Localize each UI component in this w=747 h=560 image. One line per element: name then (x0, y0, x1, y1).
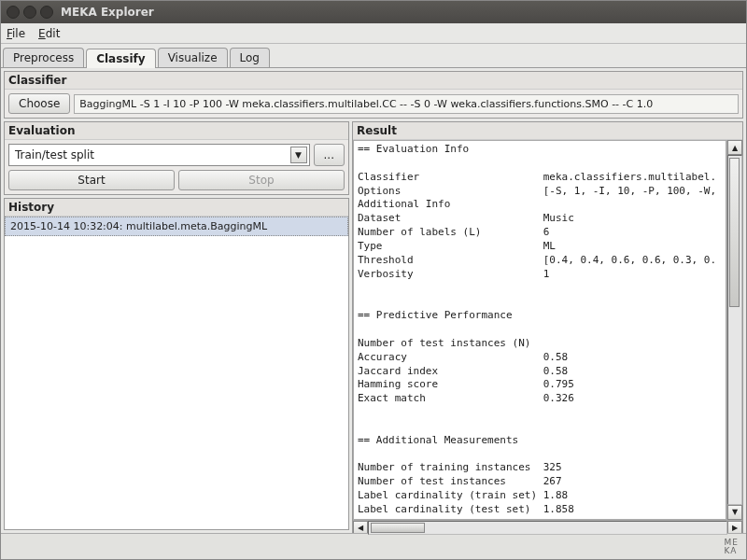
choose-classifier-button[interactable]: Choose (8, 93, 70, 114)
history-item[interactable]: 2015-10-14 10:32:04: multilabel.meta.Bag… (5, 217, 348, 236)
evaluation-method-value: Train/test split (15, 148, 94, 161)
app-window: MEKA Explorer File Edit Preprocess Class… (0, 0, 747, 560)
tab-log[interactable]: Log (230, 48, 270, 67)
scroll-up-icon[interactable]: ▲ (727, 140, 742, 155)
evaluation-options-button[interactable]: ... (314, 144, 345, 166)
right-column: Result == Evaluation Info Classifier mek… (352, 121, 743, 530)
history-group: History 2015-10-14 10:32:04: multilabel.… (4, 198, 349, 530)
menu-file[interactable]: File (7, 27, 25, 40)
window-minimize-icon[interactable] (23, 6, 36, 19)
scroll-thumb-v[interactable] (729, 158, 740, 307)
evaluation-group: Evaluation Train/test split ▼ ... Start … (4, 121, 349, 195)
window-title: MEKA Explorer (61, 6, 154, 19)
history-list[interactable]: 2015-10-14 10:32:04: multilabel.meta.Bag… (5, 217, 348, 529)
classifier-legend: Classifier (5, 72, 742, 90)
main-split: Evaluation Train/test split ▼ ... Start … (4, 121, 743, 530)
left-column: Evaluation Train/test split ▼ ... Start … (4, 121, 349, 530)
menu-edit[interactable]: Edit (38, 27, 60, 40)
scroll-down-icon[interactable]: ▼ (727, 505, 742, 520)
content-area: Classifier Choose BaggingML -S 1 -I 10 -… (1, 68, 746, 533)
window-close-icon[interactable] (7, 6, 20, 19)
history-legend: History (5, 199, 348, 217)
result-output[interactable]: == Evaluation Info Classifier meka.class… (353, 140, 726, 520)
result-legend: Result (353, 122, 742, 140)
start-button[interactable]: Start (8, 170, 175, 190)
classifier-string[interactable]: BaggingML -S 1 -I 10 -P 100 -W meka.clas… (74, 94, 739, 114)
scroll-thumb-h[interactable] (371, 523, 425, 533)
tab-visualize[interactable]: Visualize (158, 48, 228, 67)
stop-button[interactable]: Stop (178, 170, 345, 190)
result-group: Result == Evaluation Info Classifier mek… (352, 121, 743, 537)
titlebar: MEKA Explorer (1, 1, 746, 23)
vertical-scrollbar[interactable]: ▲ ▼ (726, 140, 742, 520)
classifier-group: Classifier Choose BaggingML -S 1 -I 10 -… (4, 71, 743, 119)
evaluation-legend: Evaluation (5, 122, 348, 140)
horizontal-scrollbar[interactable]: ◀ ▶ (353, 520, 742, 536)
chevron-down-icon: ▼ (290, 147, 307, 163)
statusbar: ME KA (1, 533, 746, 559)
menubar: File Edit (1, 23, 746, 44)
window-maximize-icon[interactable] (40, 6, 53, 19)
tab-preprocess[interactable]: Preprocess (3, 48, 84, 67)
tabs: Preprocess Classify Visualize Log (1, 44, 746, 68)
tab-classify[interactable]: Classify (86, 49, 155, 68)
evaluation-method-select[interactable]: Train/test split ▼ (8, 144, 310, 166)
meka-logo: ME KA (725, 539, 739, 553)
